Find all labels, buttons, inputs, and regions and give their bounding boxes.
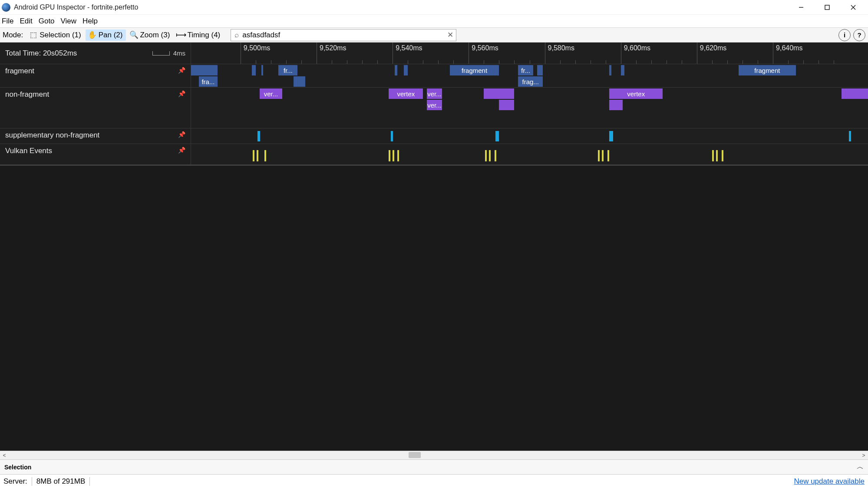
event-block[interactable] — [404, 65, 408, 75]
event-block[interactable] — [716, 150, 718, 161]
event-block[interactable]: ver... — [427, 100, 442, 110]
search-input[interactable] — [242, 30, 445, 40]
titlebar: Android GPU Inspector - fortnite.perfett… — [0, 0, 868, 15]
selection-icon: ⬚ — [30, 32, 37, 39]
window-title: Android GPU Inspector - fortnite.perfett… — [14, 3, 138, 11]
toolbar: Mode: ⬚Selection (1)✋Pan (2)🔍Zoom (3)⟼Ti… — [0, 28, 868, 43]
info-button[interactable]: i — [838, 29, 851, 41]
minimize-icon — [798, 4, 804, 10]
event-block[interactable] — [294, 76, 305, 87]
event-block[interactable] — [842, 88, 868, 99]
chevron-up-icon[interactable]: ︿ — [857, 462, 864, 472]
mode-timing-button[interactable]: ⟼Timing (4) — [174, 29, 224, 41]
event-block[interactable] — [391, 131, 393, 141]
scrollbar-thumb[interactable] — [409, 452, 421, 458]
scroll-left-arrow[interactable]: < — [0, 452, 9, 459]
mode-label-text: Timing (4) — [187, 31, 220, 39]
mode-selection-button[interactable]: ⬚Selection (1) — [26, 29, 84, 41]
scale-label: 4ms — [173, 49, 185, 57]
event-block[interactable] — [499, 100, 514, 110]
pin-icon[interactable]: 📌 — [178, 67, 185, 74]
menu-edit[interactable]: Edit — [20, 17, 32, 26]
pin-icon[interactable]: 📌 — [178, 90, 185, 97]
event-block[interactable] — [485, 150, 487, 161]
selection-panel-title: Selection — [4, 464, 31, 471]
event-block[interactable]: ver... — [260, 88, 283, 99]
track-fragment[interactable]: fragment📌fra...fr...fragmentfr...frag...… — [0, 64, 868, 88]
timeline-empty-area[interactable] — [0, 165, 868, 451]
horizontal-scrollbar[interactable]: < > — [0, 451, 868, 459]
pin-icon[interactable]: 📌 — [178, 147, 185, 154]
server-label: Server: — [3, 477, 27, 486]
event-block[interactable]: fra... — [199, 76, 218, 87]
event-block[interactable] — [607, 150, 609, 161]
event-block[interactable]: fr... — [518, 65, 533, 75]
menu-file[interactable]: File — [2, 17, 13, 26]
pin-icon[interactable]: 📌 — [178, 131, 185, 138]
menu-goto[interactable]: Goto — [39, 17, 55, 26]
track-label: Vulkan Events — [5, 147, 52, 155]
magnifier-icon: 🔍 — [130, 32, 137, 39]
event-block[interactable] — [395, 65, 397, 75]
event-block[interactable]: fragment — [450, 65, 499, 75]
time-ruler[interactable]: Total Time: 20s052ms 4ms 9,500ms9,520ms9… — [0, 43, 868, 64]
scale-indicator: 4ms — [152, 49, 185, 57]
event-block[interactable] — [609, 100, 623, 110]
mode-label-text: Pan (2) — [99, 31, 123, 39]
track-supplementary-non-fragment[interactable]: supplementary non-fragment📌 — [0, 128, 868, 144]
memory-usage: 8MB of 291MB — [36, 477, 85, 486]
minimize-button[interactable] — [788, 0, 814, 15]
track-label: supplementary non-fragment — [5, 131, 99, 140]
help-button[interactable]: ? — [853, 29, 865, 41]
event-block[interactable]: frag... — [518, 76, 543, 87]
event-block[interactable]: ver... — [427, 88, 442, 99]
event-block[interactable] — [393, 150, 394, 161]
event-block[interactable] — [489, 150, 491, 161]
event-block[interactable] — [397, 150, 399, 161]
event-block[interactable] — [264, 150, 266, 161]
maximize-button[interactable] — [814, 0, 840, 15]
track-vulkan-events[interactable]: Vulkan Events📌 — [0, 144, 868, 165]
menubar: FileEditGotoViewHelp — [0, 15, 868, 28]
mode-zoom-button[interactable]: 🔍Zoom (3) — [127, 29, 173, 41]
event-block[interactable] — [495, 150, 496, 161]
menu-view[interactable]: View — [61, 17, 77, 26]
event-block[interactable] — [191, 65, 218, 75]
menu-help[interactable]: Help — [83, 17, 98, 26]
event-block[interactable] — [602, 150, 604, 161]
event-block[interactable]: fragment — [739, 65, 795, 75]
close-button[interactable] — [840, 0, 866, 15]
event-block[interactable] — [609, 131, 613, 141]
event-block[interactable]: vertex — [609, 88, 663, 99]
event-block[interactable] — [621, 65, 625, 75]
event-block[interactable] — [253, 150, 254, 161]
timing-icon: ⟼ — [178, 32, 185, 39]
event-block[interactable] — [712, 150, 714, 161]
event-block[interactable] — [598, 150, 600, 161]
event-block[interactable]: fr... — [278, 65, 297, 75]
selection-panel-header[interactable]: Selection ︿ — [0, 459, 868, 474]
timeline[interactable]: Total Time: 20s052ms 4ms 9,500ms9,520ms9… — [0, 43, 868, 451]
mode-label-text: Zoom (3) — [140, 31, 170, 39]
event-block[interactable] — [257, 150, 258, 161]
event-block[interactable] — [389, 150, 390, 161]
app-icon — [2, 3, 10, 12]
event-block[interactable] — [537, 65, 543, 75]
search-input-wrap[interactable]: ⌕ ✕ — [231, 29, 456, 41]
event-block[interactable] — [257, 131, 260, 141]
event-block[interactable] — [484, 88, 514, 99]
track-label: non-fragment — [5, 90, 49, 99]
scroll-right-arrow[interactable]: > — [859, 452, 868, 459]
event-block[interactable] — [609, 65, 611, 75]
event-block[interactable] — [261, 65, 263, 75]
mode-pan-button[interactable]: ✋Pan (2) — [86, 29, 126, 41]
event-block[interactable]: vertex — [389, 88, 423, 99]
track-non-fragment[interactable]: non-fragment📌ver...vertexver...ver...ver… — [0, 88, 868, 128]
svg-rect-1 — [825, 5, 829, 10]
clear-search-button[interactable]: ✕ — [445, 30, 456, 39]
event-block[interactable] — [252, 65, 256, 75]
event-block[interactable] — [722, 150, 723, 161]
event-block[interactable] — [849, 131, 851, 141]
event-block[interactable] — [495, 131, 499, 141]
update-link[interactable]: New update available — [794, 477, 865, 485]
